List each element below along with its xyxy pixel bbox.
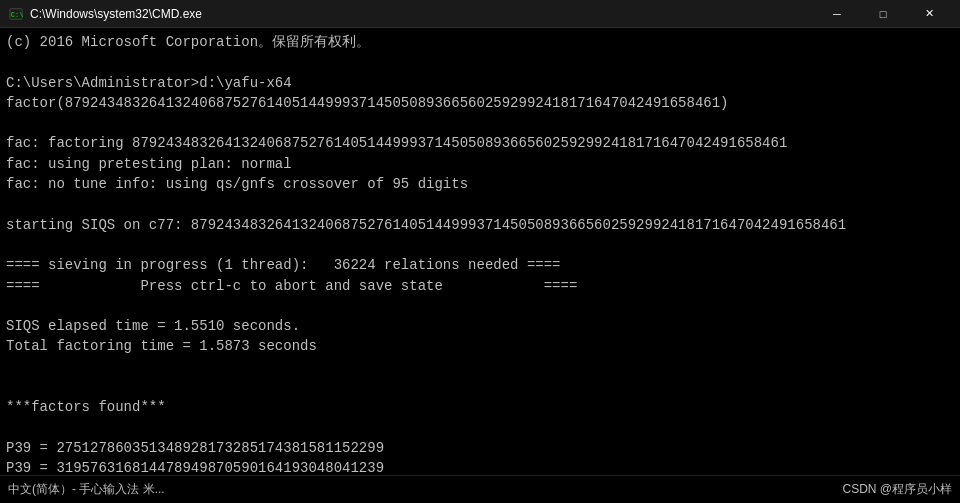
terminal-line bbox=[6, 194, 954, 214]
title-bar: C:\ C:\Windows\system32\CMD.exe ─ □ ✕ bbox=[0, 0, 960, 28]
terminal-line: C:\Users\Administrator>d:\yafu-x64 bbox=[6, 73, 954, 93]
watermark-text: CSDN @程序员小样 bbox=[842, 481, 952, 498]
minimize-button[interactable]: ─ bbox=[814, 0, 860, 28]
cmd-icon: C:\ bbox=[8, 6, 24, 22]
terminal-line: ==== Press ctrl-c to abort and save stat… bbox=[6, 276, 954, 296]
terminal-line: ***factors found*** bbox=[6, 397, 954, 417]
terminal-line bbox=[6, 377, 954, 397]
terminal-line bbox=[6, 418, 954, 438]
close-button[interactable]: ✕ bbox=[906, 0, 952, 28]
terminal-line: Total factoring time = 1.5873 seconds bbox=[6, 336, 954, 356]
terminal-line bbox=[6, 113, 954, 133]
terminal-line: (c) 2016 Microsoft Corporation。保留所有权利。 bbox=[6, 32, 954, 52]
terminal-line: starting SIQS on c77: 879243483264132406… bbox=[6, 215, 954, 235]
terminal-line: SIQS elapsed time = 1.5510 seconds. bbox=[6, 316, 954, 336]
terminal-line: fac: factoring 8792434832641324068752761… bbox=[6, 133, 954, 153]
window-controls: ─ □ ✕ bbox=[814, 0, 952, 28]
svg-text:C:\: C:\ bbox=[11, 10, 23, 18]
terminal-line: P39 = 2751278603513489281732851743815811… bbox=[6, 438, 954, 458]
bottom-bar: 中文(简体）- 手心输入法 米... CSDN @程序员小样 bbox=[0, 475, 960, 503]
terminal-line: factor(879243483264132406875276140514499… bbox=[6, 93, 954, 113]
ime-status: 中文(简体）- 手心输入法 米... bbox=[8, 481, 165, 498]
terminal-line: P39 = 3195763168144789498705901641930480… bbox=[6, 458, 954, 475]
terminal-line: fac: no tune info: using qs/gnfs crossov… bbox=[6, 174, 954, 194]
window-title: C:\Windows\system32\CMD.exe bbox=[30, 7, 814, 21]
terminal-line bbox=[6, 52, 954, 72]
terminal-line bbox=[6, 296, 954, 316]
terminal-output: (c) 2016 Microsoft Corporation。保留所有权利。 C… bbox=[0, 28, 960, 475]
maximize-button[interactable]: □ bbox=[860, 0, 906, 28]
terminal-line bbox=[6, 357, 954, 377]
terminal-line: ==== sieving in progress (1 thread): 362… bbox=[6, 255, 954, 275]
cmd-window: C:\ C:\Windows\system32\CMD.exe ─ □ ✕ (c… bbox=[0, 0, 960, 503]
terminal-line bbox=[6, 235, 954, 255]
terminal-line: fac: using pretesting plan: normal bbox=[6, 154, 954, 174]
